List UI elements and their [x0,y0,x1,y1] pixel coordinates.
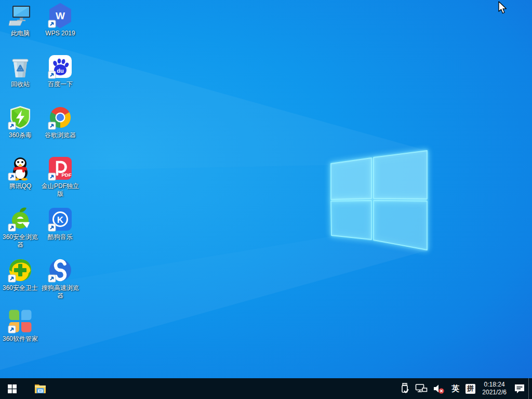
desktop-icon-label: 搜狗高速浏览器 [40,284,81,300]
taskbar: 英 拼 0:18:24 2021/2/6 [0,378,532,399]
ime-pinyin-icon: 拼 [466,384,475,394]
windows-desktop: 此电脑 W WPS 2019 回收站 [0,0,532,399]
desktop-icon-label: WPS 2019 [40,30,81,37]
desktop-icon-label: 360安全卫士 [0,284,41,292]
desktop-icon-kugou-music[interactable]: K 酷狗音乐 [40,207,81,241]
usb-device-icon [400,382,410,395]
svg-text:du: du [57,68,63,74]
desktop-icon-kingsoft-pdf[interactable]: PDF 金山PDF独立版 [40,156,81,198]
kingsoft-pdf-icon: PDF [48,156,73,181]
clock-date: 2021/2/6 [482,389,507,396]
desktop-icon-label: 360软件管家 [0,335,41,343]
start-button[interactable] [0,378,24,399]
kugou-music-icon: K [48,207,73,232]
desktop-icon-wps-2019[interactable]: W WPS 2019 [40,3,81,37]
desktop-icon-label: 谷歌浏览器 [40,131,81,139]
windows-start-icon [8,384,17,393]
360-antivirus-icon [8,105,33,130]
show-desktop-button[interactable] [528,378,532,399]
desktop-icon-label: 360杀毒 [0,131,41,139]
wps-2019-icon: W [48,3,73,28]
desktop-icon-label: 酷狗音乐 [40,233,81,241]
desktop-icon-label: 金山PDF独立版 [40,182,81,198]
360-secure-browser-icon [8,207,33,232]
360-safeguard-icon [8,258,33,283]
this-pc-icon [8,3,33,28]
ime-language-button[interactable]: 英 [448,378,463,399]
usb-tray-button[interactable] [397,378,413,399]
system-tray: 英 拼 0:18:24 2021/2/6 [397,378,532,399]
desktop-icon-chrome[interactable]: 谷歌浏览器 [40,105,81,139]
desktop-icon-recycle-bin[interactable]: 回收站 [0,54,41,88]
desktop-icon-tencent-qq[interactable]: 腾讯QQ [0,156,41,190]
file-explorer-button[interactable] [28,378,52,399]
desktop-icon-360-secure-browser[interactable]: 360安全浏览器 [0,207,41,249]
desktop-icon-360-antivirus[interactable]: 360杀毒 [0,105,41,139]
desktop-icon-label: 回收站 [0,81,41,88]
taskbar-clock[interactable]: 0:18:24 2021/2/6 [478,378,511,399]
volume-tray-button[interactable] [430,378,448,399]
desktop-icon-label: 百度一下 [40,81,81,88]
ime-mode-button[interactable]: 拼 [463,378,478,399]
svg-text:K: K [57,215,64,225]
action-center-icon [513,382,526,395]
chrome-icon [48,105,73,130]
desktop-icon-360-software-manager[interactable]: 360软件管家 [0,309,41,343]
360-software-manager-icon [8,309,33,334]
desktop-icon-sogou-browser[interactable]: 搜狗高速浏览器 [40,258,81,300]
tencent-qq-icon [8,156,33,181]
wired-network-icon [415,382,428,395]
baidu-icon: du [48,54,73,79]
file-explorer-icon [34,383,47,394]
volume-muted-icon [433,382,445,395]
desktop-icon-label: 此电脑 [0,30,41,37]
recycle-bin-icon [8,54,33,79]
svg-text:PDF: PDF [62,172,72,178]
network-tray-button[interactable] [413,378,430,399]
desktop-icon-label: 360安全浏览器 [0,233,41,249]
desktop-icon-this-pc[interactable]: 此电脑 [0,3,41,37]
desktop-icon-label: 腾讯QQ [0,182,41,190]
desktop-icon-360-safeguard[interactable]: 360安全卫士 [0,258,41,292]
svg-text:W: W [56,10,65,21]
sogou-browser-icon [48,258,73,283]
action-center-button[interactable] [511,378,528,399]
desktop-icon-baidu[interactable]: du 百度一下 [40,54,81,88]
clock-time: 0:18:24 [484,381,505,389]
